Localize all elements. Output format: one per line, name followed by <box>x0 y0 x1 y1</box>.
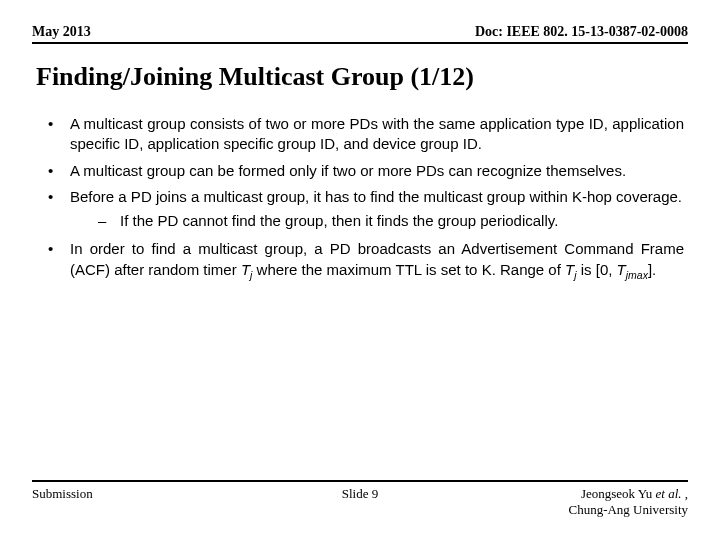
footer-comma: , <box>682 486 689 501</box>
math-symbol: T <box>241 261 250 278</box>
bullet-text: A multicast group consists of two or mor… <box>70 114 684 155</box>
sub-bullet-item: – If the PD cannot find the group, then … <box>70 211 684 231</box>
math-symbol: T <box>617 261 626 278</box>
bullet-marker: • <box>42 114 70 155</box>
bullet-marker: • <box>42 161 70 181</box>
math-subscript: jmax <box>626 269 648 281</box>
sub-bullet-marker: – <box>98 211 120 231</box>
footer-left: Submission <box>32 486 93 502</box>
bullet-item: • In order to find a multicast group, a … <box>42 239 684 281</box>
bullet-marker: • <box>42 239 70 281</box>
bullet-item: • Before a PD joins a multicast group, i… <box>42 187 684 234</box>
bullet-text-part: where the maximum TTL is set to K. Range… <box>252 261 565 278</box>
footer-etal: et al. <box>656 486 682 501</box>
header-date: May 2013 <box>32 24 91 40</box>
header-bar: May 2013 Doc: IEEE 802. 15-13-0387-02-00… <box>32 24 688 44</box>
bullet-text-part: is [0, <box>577 261 617 278</box>
slide-title: Finding/Joining Multicast Group (1/12) <box>36 62 688 92</box>
sub-bullet-text: If the PD cannot find the group, then it… <box>120 211 558 231</box>
header-doc-id: Doc: IEEE 802. 15-13-0387-02-0008 <box>475 24 688 40</box>
footer-author-name: Jeongseok Yu <box>581 486 656 501</box>
bullet-text: A multicast group can be formed only if … <box>70 161 684 181</box>
footer-author: Jeongseok Yu et al. , Chung-Ang Universi… <box>568 486 688 519</box>
bullet-item: • A multicast group can be formed only i… <box>42 161 684 181</box>
bullet-item: • A multicast group consists of two or m… <box>42 114 684 155</box>
bullet-text-span: Before a PD joins a multicast group, it … <box>70 188 682 205</box>
bullet-text: In order to find a multicast group, a PD… <box>70 239 684 281</box>
footer-affiliation: Chung-Ang University <box>568 502 688 517</box>
bullet-text-part: ]. <box>648 261 656 278</box>
slide-body: • A multicast group consists of two or m… <box>32 114 688 282</box>
footer-bar: Submission Slide 9 Jeongseok Yu et al. ,… <box>32 480 688 519</box>
bullet-marker: • <box>42 187 70 234</box>
bullet-text: Before a PD joins a multicast group, it … <box>70 187 684 234</box>
math-symbol: T <box>565 261 574 278</box>
